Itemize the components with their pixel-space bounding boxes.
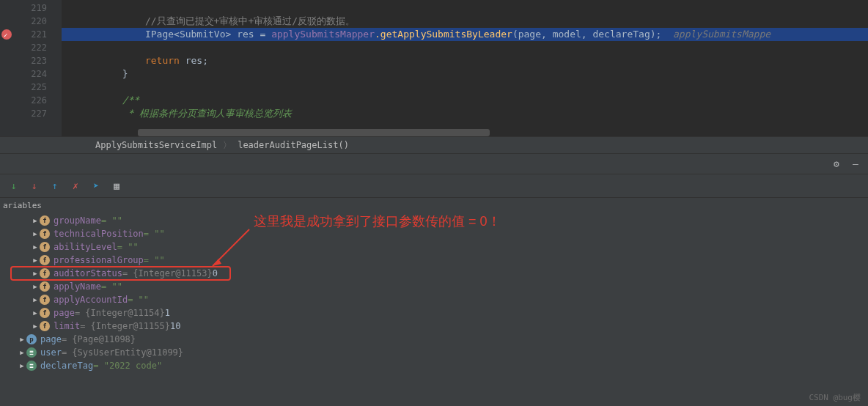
field-icon: f [40,321,50,331]
line-number: 220 [0,15,47,28]
field-icon: f [40,215,50,226]
variable-row[interactable]: ▶fapplyName = "" [0,280,868,293]
expand-icon[interactable]: ▶ [18,336,26,343]
line-number: 224 [0,67,47,81]
variable-row[interactable]: ▶fpage = {Integer@11154} 1 [0,306,868,320]
line-number: 227 [0,107,47,120]
entity-icon: ≡ [26,361,37,371]
expand-icon[interactable]: ▶ [31,283,40,290]
step-out-icon[interactable]: ↑ [45,177,65,196]
gear-icon[interactable]: ⚙ [828,156,845,172]
force-step-icon[interactable]: ✗ [66,177,85,196]
field-icon: f [40,255,50,265]
variable-row[interactable]: ▶flimit = {Integer@11155} 10 [0,320,868,333]
line-number: 219 [0,1,47,15]
param-icon: p [26,334,37,344]
line-number: 223 [0,54,47,67]
horizontal-scrollbar[interactable] [138,129,490,136]
watermark: CSDN @bug樱 [809,392,861,403]
field-icon: f [40,308,50,318]
variable-row[interactable]: ▶fprofessionalGroup = "" [0,254,868,267]
expand-icon[interactable]: ▶ [31,230,40,237]
debug-panel: ⚙ — ↓ ↓ ↑ ✗ ➤ ▦ ariables ▶fgroupName = "… [0,154,868,406]
expand-icon[interactable]: ▶ [31,217,40,224]
line-number: 221 [0,28,47,41]
line-number: 225 [0,81,47,94]
expand-icon[interactable]: ▶ [31,296,40,303]
field-icon: f [40,229,50,239]
line-number: 226 [0,94,47,107]
variable-row[interactable]: ▶fgroupName = "" [0,214,868,227]
variable-row[interactable]: ▶fapplyAccountId = "" [0,293,868,306]
line-gutter: 219 220 221 222 223 224 225 226 227 [0,0,62,136]
current-line: IPage<SubmitVo> res = applySubmitsMapper… [62,28,868,41]
expand-icon[interactable]: ▶ [31,270,40,277]
expand-icon[interactable]: ▶ [18,362,26,369]
expand-icon[interactable]: ▶ [18,349,26,356]
chevron-right-icon: 〉 [223,139,232,152]
expand-icon[interactable]: ▶ [31,309,40,317]
entity-icon: ≡ [26,347,37,358]
variable-row-auditor-status[interactable]: ▶fauditorStatus = {Integer@11153} 0 [0,267,868,280]
minimize-icon[interactable]: — [847,156,864,172]
variable-row[interactable]: ▶fabilityLevel = "" [0,240,868,254]
variables-tree[interactable]: ▶fgroupName = "" ▶ftechnicalPosition = "… [0,213,868,406]
debug-toolbar: ⚙ — [0,154,868,174]
breakpoint-icon[interactable] [1,29,12,40]
breadcrumb-item[interactable]: ApplySubmitsServiceImpl [95,140,217,150]
field-icon: f [40,242,50,252]
variable-row[interactable]: ▶≡declareTag = "2022 code" [0,359,868,372]
variable-row[interactable]: ▶ppage = {Page@11098} [0,333,868,346]
expand-icon[interactable]: ▶ [31,243,40,251]
variables-tab[interactable]: ariables [0,198,868,213]
breadcrumb-item[interactable]: leaderAuditPageList() [238,140,349,150]
variable-row[interactable]: ▶ftechnicalPosition = "" [0,227,868,240]
code-editor[interactable]: 219 220 221 222 223 224 225 226 227 //只查… [0,0,868,136]
expand-icon[interactable]: ▶ [31,256,40,264]
code-comment: //只查询已提交+审核中+审核通过/反驳的数据。 [145,15,355,26]
field-icon: f [40,281,50,292]
run-to-cursor-icon[interactable]: ➤ [87,177,106,196]
field-icon: f [40,295,50,305]
debug-actions: ↓ ↓ ↑ ✗ ➤ ▦ [0,174,868,198]
field-icon: f [40,268,50,278]
step-over-icon[interactable]: ↓ [4,177,23,196]
evaluate-icon[interactable]: ▦ [107,177,126,196]
variable-row[interactable]: ▶≡user = {SysUserEntity@11099} [0,346,868,359]
step-into-icon[interactable]: ↓ [25,177,44,196]
line-number: 222 [0,41,47,54]
breadcrumb: ApplySubmitsServiceImpl 〉 leaderAuditPag… [0,136,868,154]
expand-icon[interactable]: ▶ [31,322,40,330]
code-content[interactable]: //只查询已提交+审核中+审核通过/反驳的数据。 IPage<SubmitVo>… [62,0,868,136]
